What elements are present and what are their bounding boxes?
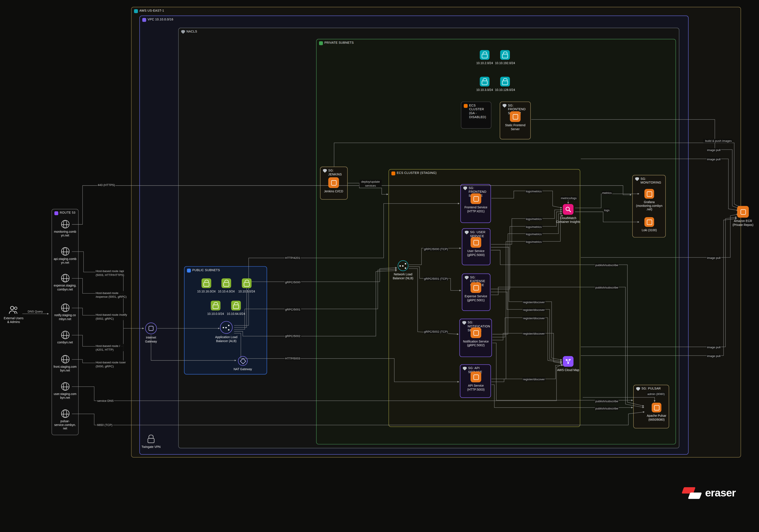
edge-label-image-pull-2: image pull — [706, 157, 721, 161]
globe-icon — [61, 382, 69, 390]
edge-label-register-discover-2: register/discover — [523, 308, 545, 312]
node-route53-expense-staging[interactable]: expense.staging.combyn.net — [53, 274, 77, 291]
edge-label-logs-metrics-4: logs/metrics — [526, 232, 542, 236]
vpn-lock-icon — [146, 434, 156, 443]
node-private-subnet-2[interactable]: 10.10.192.0/24 — [494, 50, 516, 65]
cloudwatch-icon — [563, 204, 574, 215]
edge-label-service-dns: service DNS — [97, 399, 114, 402]
node-jenkins[interactable]: Jenkins CI/CD — [322, 178, 345, 193]
edge-label-metrics-logs: metrics/logs — [560, 196, 577, 200]
node-public-subnet-2[interactable]: 10.10.4.0/24 — [217, 278, 236, 293]
node-loki[interactable]: Loki (3100) — [636, 217, 663, 232]
edge-label-logs-metrics-1: logs/metrics — [526, 189, 542, 193]
node-public-subnet-3[interactable]: 10.10.5.0/24 — [237, 278, 257, 293]
subnet-lock-icon — [202, 278, 211, 288]
node-cloudwatch[interactable]: CloudWatch Container Insights — [555, 204, 581, 224]
node-route53-pulsar-service[interactable]: pulsar-service.combyn.net — [53, 409, 77, 430]
edge-label-image-pull-1: image pull — [706, 148, 721, 152]
node-public-subnet-4[interactable]: 10.10.0.0/24 — [206, 301, 225, 315]
edge-label-logs-metrics-3: logs/metrics — [526, 225, 542, 228]
edge-label-register-discover-1: register/discover — [523, 300, 545, 304]
edge-label-dns-query: DNS Query — [27, 309, 43, 313]
expense-service-icon — [471, 282, 481, 293]
node-private-subnet-1[interactable]: 10.10.2.0/24 — [474, 50, 495, 65]
edge-label-logs-metrics-5: logs/metrics — [526, 240, 542, 244]
globe-icon — [61, 220, 69, 228]
cloud-map-icon — [563, 356, 574, 367]
edge-label-publish-subscribe-4: publish/subscribe — [595, 407, 619, 410]
edge-label-register-discover-3: register/discover — [523, 316, 545, 320]
edge-label-metrics: metrics — [602, 191, 612, 194]
edge-label-grpc-5002-tcp: gRPC/5002 (TCP) — [423, 330, 448, 334]
node-route53-notify-staging[interactable]: notify.staging.combyn.net — [53, 304, 77, 321]
eraser-logo-text: eraser — [705, 487, 736, 500]
edge-label-logs: logs — [604, 208, 610, 212]
subnet-lock-icon — [480, 50, 490, 60]
node-public-subnet-5[interactable]: 10.10.64.0/24 — [226, 301, 246, 315]
edge-label-publish-subscribe-3: publish/subscribe — [595, 399, 619, 403]
edge-label-http-4201: HTTP/4201 — [285, 256, 300, 260]
subnet-lock-icon — [500, 50, 510, 60]
subnet-lock-icon — [480, 77, 490, 87]
node-frontend-service[interactable]: Frontend Service (HTTP:4201) — [463, 193, 489, 213]
subnet-lock-icon — [231, 301, 241, 310]
internet-gateway-icon — [145, 322, 157, 334]
edge-label-admin-8080: admin (8080) — [647, 392, 665, 396]
edge-label-logs-metrics-2: logs/metrics — [526, 217, 542, 221]
nat-gateway-icon — [238, 356, 248, 366]
edge-label-publish-subscribe-1: publish/subscribe — [595, 263, 619, 267]
globe-icon — [61, 247, 69, 256]
node-public-subnet-1[interactable]: 10.10.16.0/24 — [197, 278, 216, 293]
pulsar-icon — [652, 403, 661, 412]
node-route53-front-staging[interactable]: front.staging.combyn.net — [53, 355, 77, 372]
edge-label-route-root: Host-based route / (4201, HTTP) — [95, 344, 128, 351]
node-route53-monitoring[interactable]: monitoring.combyn.net — [53, 220, 77, 237]
subnet-lock-icon — [221, 278, 231, 288]
globe-icon — [61, 331, 69, 339]
globe-icon — [61, 304, 69, 312]
api-service-icon — [471, 372, 481, 382]
node-internet-gateway[interactable]: Internet Gateway — [140, 322, 162, 343]
edge-label-image-pull-4: image pull — [706, 346, 721, 349]
node-alb[interactable]: Application Load Balancer (ALB) — [215, 321, 238, 343]
edge-label-deploy-update: deploy/update services — [359, 180, 382, 187]
edge-label-publish-subscribe-2: publish/subscribe — [595, 286, 619, 289]
node-route53-combyn[interactable]: combyn.net — [53, 331, 77, 344]
node-nat-gateway[interactable]: NAT Gateway — [231, 356, 255, 371]
edge-label-route-api: Host-based route /api (5003, HTTP/HTTPS) — [95, 269, 128, 277]
node-cloud-map[interactable]: AWS Cloud Map — [555, 356, 581, 372]
subnet-lock-icon — [242, 278, 252, 288]
node-grafana[interactable]: Grafana (monitoring.combyn.net) — [636, 189, 663, 211]
user-service-icon — [471, 237, 481, 248]
node-static-frontend-server[interactable]: Static Frontend Server — [502, 111, 528, 131]
edge-label-image-pull-3: image pull — [706, 256, 721, 260]
node-private-subnet-4[interactable]: 10.10.128.0/24 — [494, 77, 516, 92]
node-private-subnet-3[interactable]: 10.10.3.0/24 — [474, 77, 495, 92]
subnet-lock-icon — [500, 77, 510, 87]
edge-label-route-user: Host-based route /user (5000, gRPC) — [95, 360, 128, 368]
edge-label-grpc-5002: gRPC/5002 — [285, 334, 301, 338]
node-notification-service[interactable]: Notification Service (gRPC:5002) — [463, 327, 489, 347]
node-twingate-vpn[interactable]: Twingate VPN — [139, 434, 164, 449]
node-ecr[interactable]: Amazon ECR (Private Repos) — [730, 206, 755, 226]
globe-icon — [61, 355, 69, 363]
node-apache-pulsar[interactable]: Apache Pulsar (6650/8080) — [642, 403, 671, 421]
node-api-service[interactable]: API Service (HTTP:5003) — [463, 372, 489, 391]
node-external-users[interactable]: External Users & Admins — [3, 305, 24, 323]
edge-label-6650-tcp: 6650 (TCP) — [97, 423, 113, 427]
static-frontend-server-icon — [510, 111, 521, 122]
node-expense-service[interactable]: Expense Service (gRPC:5001) — [463, 282, 489, 302]
grafana-icon — [644, 189, 654, 199]
edge-label-grpc-5001: gRPC/5001 — [285, 307, 301, 311]
node-route53-api-staging[interactable]: api.staging.combyn.net — [53, 247, 77, 265]
connector-lines — [0, 0, 759, 532]
node-route53-user-staging[interactable]: user.staging.combyn.net — [53, 382, 77, 399]
node-user-service[interactable]: User Service (gRPC:5000) — [463, 237, 489, 257]
edge-label-image-pull-5: image pull — [706, 354, 721, 358]
edge-label-register-discover-4: register/discover — [523, 332, 545, 336]
node-nlb[interactable]: Network Load Balancer (NLB) — [390, 261, 416, 280]
edge-label-443-https: 443 (HTTPS) — [97, 183, 115, 187]
eraser-logo[interactable]: eraser — [683, 487, 736, 500]
ecr-icon — [737, 206, 749, 218]
users-icon — [8, 305, 19, 315]
